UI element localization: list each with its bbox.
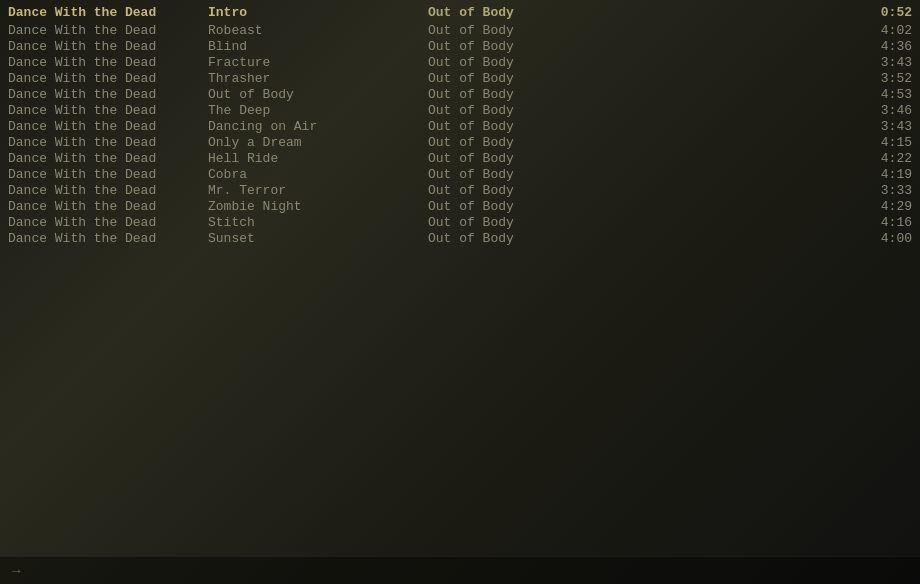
track-row[interactable]: Dance With the DeadOut of BodyOut of Bod…: [0, 86, 920, 102]
track-album: Out of Body: [428, 23, 852, 38]
track-title: Stitch: [208, 215, 428, 230]
header-artist: Dance With the Dead: [8, 5, 208, 20]
track-row[interactable]: Dance With the DeadThrasherOut of Body3:…: [0, 70, 920, 86]
track-title: Mr. Terror: [208, 183, 428, 198]
track-album: Out of Body: [428, 199, 852, 214]
track-duration: 4:15: [852, 135, 912, 150]
track-duration: 4:00: [852, 231, 912, 246]
track-duration: 4:02: [852, 23, 912, 38]
track-row[interactable]: Dance With the DeadMr. TerrorOut of Body…: [0, 182, 920, 198]
track-artist: Dance With the Dead: [8, 231, 208, 246]
track-album: Out of Body: [428, 135, 852, 150]
track-row[interactable]: Dance With the DeadRobeastOut of Body4:0…: [0, 22, 920, 38]
track-list-header: Dance With the Dead Intro Out of Body 0:…: [0, 4, 920, 20]
track-artist: Dance With the Dead: [8, 183, 208, 198]
track-artist: Dance With the Dead: [8, 119, 208, 134]
track-title: The Deep: [208, 103, 428, 118]
track-artist: Dance With the Dead: [8, 87, 208, 102]
track-album: Out of Body: [428, 119, 852, 134]
track-row[interactable]: Dance With the DeadOnly a DreamOut of Bo…: [0, 134, 920, 150]
track-album: Out of Body: [428, 87, 852, 102]
track-duration: 4:53: [852, 87, 912, 102]
track-row[interactable]: Dance With the DeadStitchOut of Body4:16: [0, 214, 920, 230]
track-title: Fracture: [208, 55, 428, 70]
track-row[interactable]: Dance With the DeadBlindOut of Body4:36: [0, 38, 920, 54]
header-title: Intro: [208, 5, 428, 20]
track-artist: Dance With the Dead: [8, 23, 208, 38]
track-duration: 4:19: [852, 167, 912, 182]
track-artist: Dance With the Dead: [8, 215, 208, 230]
track-duration: 3:46: [852, 103, 912, 118]
track-title: Sunset: [208, 231, 428, 246]
track-title: Thrasher: [208, 71, 428, 86]
arrow-icon: →: [12, 563, 20, 579]
track-duration: 4:16: [852, 215, 912, 230]
track-album: Out of Body: [428, 231, 852, 246]
track-album: Out of Body: [428, 55, 852, 70]
track-album: Out of Body: [428, 39, 852, 54]
track-duration: 3:33: [852, 183, 912, 198]
track-album: Out of Body: [428, 167, 852, 182]
track-album: Out of Body: [428, 151, 852, 166]
track-row[interactable]: Dance With the DeadFractureOut of Body3:…: [0, 54, 920, 70]
track-duration: 4:22: [852, 151, 912, 166]
track-row[interactable]: Dance With the DeadCobraOut of Body4:19: [0, 166, 920, 182]
track-row[interactable]: Dance With the DeadDancing on AirOut of …: [0, 118, 920, 134]
track-duration: 3:43: [852, 55, 912, 70]
track-album: Out of Body: [428, 103, 852, 118]
track-title: Dancing on Air: [208, 119, 428, 134]
header-album: Out of Body: [428, 5, 852, 20]
track-duration: 3:43: [852, 119, 912, 134]
track-duration: 3:52: [852, 71, 912, 86]
track-duration: 4:29: [852, 199, 912, 214]
track-row[interactable]: Dance With the DeadThe DeepOut of Body3:…: [0, 102, 920, 118]
track-title: Cobra: [208, 167, 428, 182]
track-title: Out of Body: [208, 87, 428, 102]
track-artist: Dance With the Dead: [8, 55, 208, 70]
track-title: Only a Dream: [208, 135, 428, 150]
track-row[interactable]: Dance With the DeadZombie NightOut of Bo…: [0, 198, 920, 214]
track-row[interactable]: Dance With the DeadHell RideOut of Body4…: [0, 150, 920, 166]
track-row[interactable]: Dance With the DeadSunsetOut of Body4:00: [0, 230, 920, 246]
track-artist: Dance With the Dead: [8, 151, 208, 166]
track-artist: Dance With the Dead: [8, 39, 208, 54]
bottom-bar: →: [0, 556, 920, 584]
track-artist: Dance With the Dead: [8, 167, 208, 182]
track-artist: Dance With the Dead: [8, 71, 208, 86]
track-album: Out of Body: [428, 215, 852, 230]
header-duration: 0:52: [852, 5, 912, 20]
track-album: Out of Body: [428, 71, 852, 86]
track-album: Out of Body: [428, 183, 852, 198]
track-title: Blind: [208, 39, 428, 54]
track-artist: Dance With the Dead: [8, 103, 208, 118]
track-title: Zombie Night: [208, 199, 428, 214]
track-artist: Dance With the Dead: [8, 199, 208, 214]
track-title: Robeast: [208, 23, 428, 38]
track-artist: Dance With the Dead: [8, 135, 208, 150]
track-title: Hell Ride: [208, 151, 428, 166]
track-duration: 4:36: [852, 39, 912, 54]
track-list: Dance With the Dead Intro Out of Body 0:…: [0, 0, 920, 250]
